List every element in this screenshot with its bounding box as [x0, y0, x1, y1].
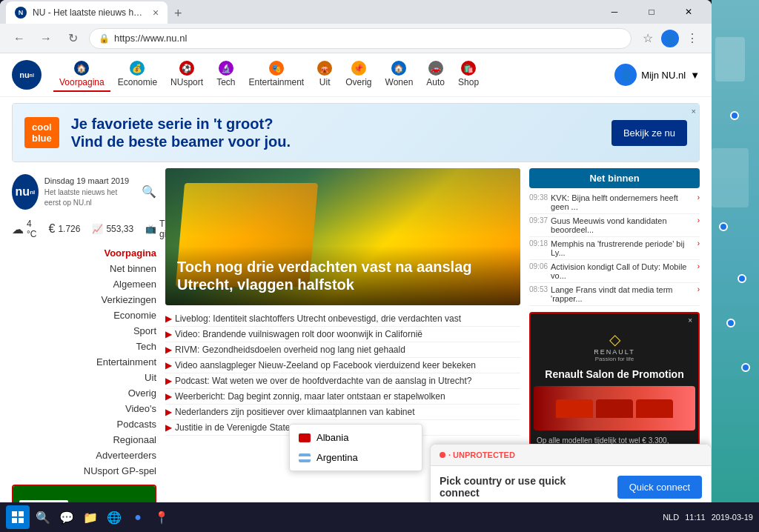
sidebar-item-tech[interactable]: Tech: [12, 339, 156, 354]
car-3: [636, 399, 673, 418]
nav-item-voorpagina[interactable]: 🏠 Voorpagina: [53, 58, 110, 92]
taskbar-chrome[interactable]: ●: [127, 507, 148, 528]
taskbar-date: 2019-03-19: [712, 513, 753, 522]
nav-label-entertainment: Entertainment: [248, 77, 304, 87]
nav-icon-tech: 🔬: [219, 61, 233, 76]
cortana-icon: 💬: [59, 511, 74, 525]
bookmark-icon[interactable]: ☆: [637, 28, 658, 49]
taskbar-edge[interactable]: 🌐: [104, 507, 125, 528]
sidebar-item-voorpagina[interactable]: Voorpagina: [12, 245, 156, 261]
sidebar-item-nusport-gp[interactable]: NUsport GP-spel: [12, 463, 156, 479]
weather-temp: ☁ 4 °C: [12, 219, 36, 239]
news-text-2: RIVM: Gezondheidsdoelen overheid nog lan…: [175, 345, 405, 355]
url-bar[interactable]: 🔒 https://www.nu.nl: [89, 28, 632, 49]
news-item-4[interactable]: ▶ Podcast: Wat weten we over de hoofdver…: [165, 373, 520, 389]
minimize-button[interactable]: ─: [597, 0, 632, 24]
ad-banner: coolblue Je favoriete serie in 't groot?…: [12, 103, 700, 162]
nav-icon-auto: 🚗: [428, 61, 443, 76]
sidebar-item-net-binnen[interactable]: Net binnen: [12, 261, 156, 276]
country-dropdown: Albania Argentina: [289, 424, 422, 471]
nav-item-economie[interactable]: 💰 Economie: [112, 58, 163, 92]
bullet-1: ▶: [165, 329, 172, 339]
sidebar-item-overig[interactable]: Overig: [12, 385, 156, 401]
nav-item-overig[interactable]: 📌 Overig: [339, 58, 377, 92]
nav-item-tech[interactable]: 🔬 Tech: [211, 58, 241, 92]
menu-icon[interactable]: ⋮: [682, 28, 703, 49]
maps-icon: 📍: [154, 511, 169, 525]
vpn-status-dot: [440, 452, 445, 458]
country-item-argentina[interactable]: Argentina: [290, 448, 422, 468]
ticker-text-0: KVK: Bijna helft ondernemers heeft geen …: [551, 193, 695, 211]
sidebar-item-uit[interactable]: Uit: [12, 370, 156, 385]
sidebar-item-adverteerders[interactable]: Adverteerders: [12, 448, 156, 463]
ticker-text-4: Lange Frans vindt dat media term 'rapper…: [551, 285, 695, 303]
sidebar-item-regionaal[interactable]: Regionaal: [12, 432, 156, 448]
sidebar-item-verkiezingen[interactable]: Verkiezingen: [12, 292, 156, 307]
active-tab[interactable]: N NU - Het laatste nieuws het eer... ×: [6, 1, 168, 24]
sidebar-item-algemeen[interactable]: Algemeen: [12, 276, 156, 292]
nav-item-nusport[interactable]: ⚽ NUsport: [165, 58, 209, 92]
bullet-5: ▶: [165, 391, 172, 402]
sidebar-item-podcasts[interactable]: Podcasts: [12, 416, 156, 432]
news-item-6[interactable]: ▶ Nederlanders zijn positiever over klim…: [165, 405, 520, 420]
map-area: [712, 0, 759, 532]
sidebar-item-videos[interactable]: Video's: [12, 401, 156, 416]
sidebar-search-icon[interactable]: 🔍: [142, 184, 156, 199]
car-2: [596, 399, 633, 418]
news-item-0[interactable]: ▶ Liveblog: Identiteit slachtoffers Utre…: [165, 311, 520, 327]
maximize-button[interactable]: □: [634, 0, 669, 24]
nav-item-wonen[interactable]: 🏠 Wonen: [380, 58, 420, 92]
refresh-button[interactable]: ↻: [62, 28, 83, 49]
renault-title: Renault Salon de Promotion: [531, 365, 698, 383]
news-text-4: Podcast: Wat weten we over de hoofdverda…: [175, 376, 471, 386]
account-icon[interactable]: 👤: [661, 30, 679, 47]
country-item-albania[interactable]: Albania: [290, 428, 422, 448]
renault-close[interactable]: ×: [688, 316, 692, 325]
sidebar-item-entertainment[interactable]: Entertainment: [12, 354, 156, 370]
vpn-connect-button[interactable]: Quick connect: [617, 476, 702, 499]
site-logo: nunl: [12, 60, 42, 90]
windows-icon: [12, 511, 24, 523]
ticker-item-2[interactable]: 09:18 Memphis na 'frustrerende periode' …: [529, 237, 700, 260]
svg-rect-2: [12, 518, 17, 523]
sidebar-date: Dinsdag 19 maart 2019 Het laatste nieuws…: [44, 176, 136, 207]
taskbar-search[interactable]: 🔍: [33, 507, 53, 528]
taskbar-maps[interactable]: 📍: [151, 507, 172, 528]
ad-close-button[interactable]: ×: [692, 107, 696, 116]
nav-item-uit[interactable]: 🎪 Uit: [311, 58, 338, 92]
account-area[interactable]: 👤 Mijn NU.nl ▼: [614, 64, 700, 86]
sidebar-item-sport[interactable]: Sport: [12, 323, 156, 339]
ticker-item-3[interactable]: 09:06 Activision kondigt Call of Duty: M…: [529, 260, 700, 283]
sidebar-item-economie[interactable]: Economie: [12, 307, 156, 323]
site-nav: nunl 🏠 Voorpagina 💰 Economie ⚽ NUsport 🔬…: [0, 53, 712, 97]
ticker-item-0[interactable]: 09:38 KVK: Bijna helft ondernemers heeft…: [529, 191, 700, 214]
nav-icon-overig: 📌: [351, 61, 366, 76]
news-item-5[interactable]: ▶ Weerbericht: Dag begint zonnig, maar l…: [165, 389, 520, 405]
taskbar-cortana[interactable]: 💬: [56, 507, 77, 528]
sidebar-logo-area: nunl Dinsdag 19 maart 2019 Het laatste n…: [12, 168, 156, 216]
tab-close-icon[interactable]: ×: [153, 7, 159, 19]
ad-cta-button[interactable]: Bekijk ze nu: [611, 120, 687, 146]
nav-label-shop: Shop: [458, 77, 479, 87]
map-background: [712, 0, 759, 532]
new-tab-button[interactable]: +: [168, 3, 188, 24]
news-list: ▶ Liveblog: Identiteit slachtoffers Utre…: [165, 311, 520, 436]
news-item-2[interactable]: ▶ RIVM: Gezondheidsdoelen overheid nog l…: [165, 342, 520, 358]
forward-button[interactable]: →: [36, 28, 56, 49]
ticker-time-1: 09:37: [529, 216, 548, 225]
ticker-item-1[interactable]: 09:37 Guus Meeuwis vond kandidaten beoor…: [529, 214, 700, 237]
news-ticker: 09:38 KVK: Bijna helft ondernemers heeft…: [529, 191, 700, 306]
back-button[interactable]: ←: [9, 28, 30, 49]
start-button[interactable]: [6, 505, 30, 529]
map-land-shape: [715, 37, 745, 82]
close-button[interactable]: ✕: [672, 0, 706, 24]
nav-item-auto[interactable]: 🚗 Auto: [420, 58, 451, 92]
news-item-3[interactable]: ▶ Video aanslagpleger Nieuw-Zeeland op F…: [165, 358, 520, 373]
nav-item-shop[interactable]: 🛍️ Shop: [452, 58, 485, 92]
taskbar-file-explorer[interactable]: 📁: [80, 507, 101, 528]
ticker-item-4[interactable]: 08:53 Lange Frans vindt dat media term '…: [529, 283, 700, 306]
cloud-icon: ☁: [12, 222, 24, 236]
news-text-5: Weerbericht: Dag begint zonnig, maar lat…: [175, 391, 445, 402]
news-item-1[interactable]: ▶ Video: Brandende vuilniswagen rolt doo…: [165, 327, 520, 342]
nav-item-entertainment[interactable]: 🎭 Entertainment: [242, 58, 310, 92]
